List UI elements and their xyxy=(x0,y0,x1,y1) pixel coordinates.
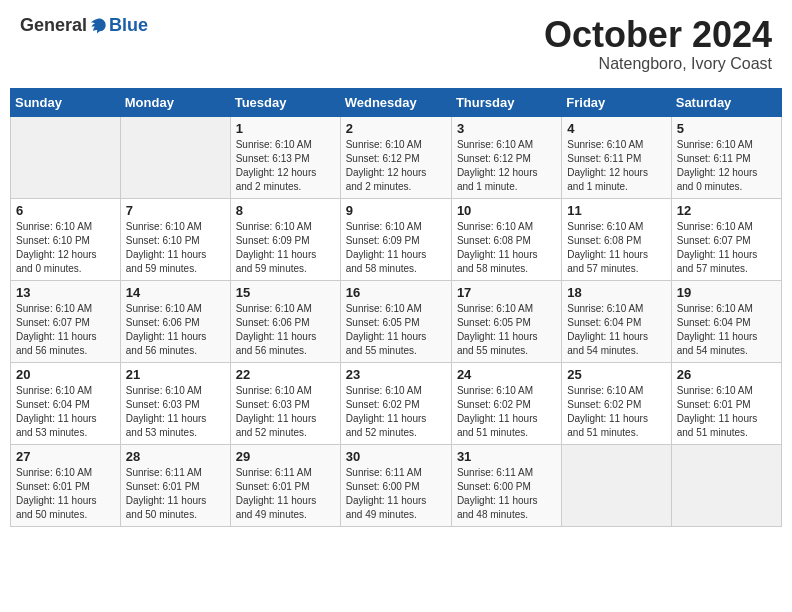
day-number: 14 xyxy=(126,285,225,300)
day-number: 30 xyxy=(346,449,446,464)
calendar-cell: 20Sunrise: 6:10 AM Sunset: 6:04 PM Dayli… xyxy=(11,362,121,444)
day-info: Sunrise: 6:10 AM Sunset: 6:05 PM Dayligh… xyxy=(346,302,446,358)
calendar-cell: 16Sunrise: 6:10 AM Sunset: 6:05 PM Dayli… xyxy=(340,280,451,362)
day-number: 23 xyxy=(346,367,446,382)
day-info: Sunrise: 6:10 AM Sunset: 6:10 PM Dayligh… xyxy=(16,220,115,276)
day-info: Sunrise: 6:10 AM Sunset: 6:08 PM Dayligh… xyxy=(457,220,556,276)
calendar-header-row: SundayMondayTuesdayWednesdayThursdayFrid… xyxy=(11,88,782,116)
calendar-cell: 1Sunrise: 6:10 AM Sunset: 6:13 PM Daylig… xyxy=(230,116,340,198)
day-number: 7 xyxy=(126,203,225,218)
day-info: Sunrise: 6:10 AM Sunset: 6:04 PM Dayligh… xyxy=(16,384,115,440)
calendar-cell: 6Sunrise: 6:10 AM Sunset: 6:10 PM Daylig… xyxy=(11,198,121,280)
day-number: 31 xyxy=(457,449,556,464)
calendar-cell: 25Sunrise: 6:10 AM Sunset: 6:02 PM Dayli… xyxy=(562,362,671,444)
day-number: 25 xyxy=(567,367,665,382)
calendar-cell: 29Sunrise: 6:11 AM Sunset: 6:01 PM Dayli… xyxy=(230,444,340,526)
day-number: 11 xyxy=(567,203,665,218)
day-info: Sunrise: 6:10 AM Sunset: 6:02 PM Dayligh… xyxy=(346,384,446,440)
calendar-cell: 4Sunrise: 6:10 AM Sunset: 6:11 PM Daylig… xyxy=(562,116,671,198)
calendar-week-row: 20Sunrise: 6:10 AM Sunset: 6:04 PM Dayli… xyxy=(11,362,782,444)
day-number: 8 xyxy=(236,203,335,218)
calendar-cell xyxy=(11,116,121,198)
day-number: 5 xyxy=(677,121,776,136)
calendar-cell: 8Sunrise: 6:10 AM Sunset: 6:09 PM Daylig… xyxy=(230,198,340,280)
calendar-header-tuesday: Tuesday xyxy=(230,88,340,116)
calendar-week-row: 1Sunrise: 6:10 AM Sunset: 6:13 PM Daylig… xyxy=(11,116,782,198)
day-number: 20 xyxy=(16,367,115,382)
day-info: Sunrise: 6:10 AM Sunset: 6:09 PM Dayligh… xyxy=(346,220,446,276)
day-info: Sunrise: 6:10 AM Sunset: 6:07 PM Dayligh… xyxy=(16,302,115,358)
day-number: 12 xyxy=(677,203,776,218)
day-number: 17 xyxy=(457,285,556,300)
day-number: 22 xyxy=(236,367,335,382)
calendar-cell: 26Sunrise: 6:10 AM Sunset: 6:01 PM Dayli… xyxy=(671,362,781,444)
day-number: 24 xyxy=(457,367,556,382)
day-info: Sunrise: 6:10 AM Sunset: 6:04 PM Dayligh… xyxy=(677,302,776,358)
logo-general: General xyxy=(20,15,87,36)
month-title: October 2024 xyxy=(544,15,772,55)
day-number: 29 xyxy=(236,449,335,464)
calendar-cell: 5Sunrise: 6:10 AM Sunset: 6:11 PM Daylig… xyxy=(671,116,781,198)
day-info: Sunrise: 6:11 AM Sunset: 6:01 PM Dayligh… xyxy=(126,466,225,522)
day-info: Sunrise: 6:10 AM Sunset: 6:01 PM Dayligh… xyxy=(677,384,776,440)
calendar-cell: 14Sunrise: 6:10 AM Sunset: 6:06 PM Dayli… xyxy=(120,280,230,362)
day-number: 4 xyxy=(567,121,665,136)
header: General Blue October 2024 Natengboro, Iv… xyxy=(10,10,782,78)
calendar-cell: 23Sunrise: 6:10 AM Sunset: 6:02 PM Dayli… xyxy=(340,362,451,444)
calendar-cell: 24Sunrise: 6:10 AM Sunset: 6:02 PM Dayli… xyxy=(451,362,561,444)
day-number: 28 xyxy=(126,449,225,464)
day-number: 1 xyxy=(236,121,335,136)
day-info: Sunrise: 6:10 AM Sunset: 6:03 PM Dayligh… xyxy=(236,384,335,440)
calendar-cell: 7Sunrise: 6:10 AM Sunset: 6:10 PM Daylig… xyxy=(120,198,230,280)
calendar-header-wednesday: Wednesday xyxy=(340,88,451,116)
day-info: Sunrise: 6:11 AM Sunset: 6:01 PM Dayligh… xyxy=(236,466,335,522)
day-info: Sunrise: 6:10 AM Sunset: 6:06 PM Dayligh… xyxy=(126,302,225,358)
calendar-header-saturday: Saturday xyxy=(671,88,781,116)
calendar-cell: 3Sunrise: 6:10 AM Sunset: 6:12 PM Daylig… xyxy=(451,116,561,198)
calendar-cell: 12Sunrise: 6:10 AM Sunset: 6:07 PM Dayli… xyxy=(671,198,781,280)
day-info: Sunrise: 6:10 AM Sunset: 6:09 PM Dayligh… xyxy=(236,220,335,276)
day-number: 6 xyxy=(16,203,115,218)
calendar-cell: 21Sunrise: 6:10 AM Sunset: 6:03 PM Dayli… xyxy=(120,362,230,444)
day-info: Sunrise: 6:10 AM Sunset: 6:13 PM Dayligh… xyxy=(236,138,335,194)
calendar-cell: 18Sunrise: 6:10 AM Sunset: 6:04 PM Dayli… xyxy=(562,280,671,362)
day-info: Sunrise: 6:11 AM Sunset: 6:00 PM Dayligh… xyxy=(457,466,556,522)
day-number: 2 xyxy=(346,121,446,136)
logo-bird-icon xyxy=(89,16,109,36)
logo: General Blue xyxy=(20,15,148,36)
calendar-week-row: 13Sunrise: 6:10 AM Sunset: 6:07 PM Dayli… xyxy=(11,280,782,362)
day-info: Sunrise: 6:10 AM Sunset: 6:04 PM Dayligh… xyxy=(567,302,665,358)
day-info: Sunrise: 6:10 AM Sunset: 6:11 PM Dayligh… xyxy=(567,138,665,194)
day-number: 21 xyxy=(126,367,225,382)
day-info: Sunrise: 6:10 AM Sunset: 6:08 PM Dayligh… xyxy=(567,220,665,276)
calendar-cell: 19Sunrise: 6:10 AM Sunset: 6:04 PM Dayli… xyxy=(671,280,781,362)
calendar-header-thursday: Thursday xyxy=(451,88,561,116)
calendar-week-row: 27Sunrise: 6:10 AM Sunset: 6:01 PM Dayli… xyxy=(11,444,782,526)
calendar-cell xyxy=(120,116,230,198)
calendar-table: SundayMondayTuesdayWednesdayThursdayFrid… xyxy=(10,88,782,527)
calendar-cell: 15Sunrise: 6:10 AM Sunset: 6:06 PM Dayli… xyxy=(230,280,340,362)
day-info: Sunrise: 6:11 AM Sunset: 6:00 PM Dayligh… xyxy=(346,466,446,522)
calendar-cell: 2Sunrise: 6:10 AM Sunset: 6:12 PM Daylig… xyxy=(340,116,451,198)
calendar-cell: 27Sunrise: 6:10 AM Sunset: 6:01 PM Dayli… xyxy=(11,444,121,526)
title-section: October 2024 Natengboro, Ivory Coast xyxy=(544,15,772,73)
calendar-cell: 31Sunrise: 6:11 AM Sunset: 6:00 PM Dayli… xyxy=(451,444,561,526)
day-info: Sunrise: 6:10 AM Sunset: 6:02 PM Dayligh… xyxy=(457,384,556,440)
location: Natengboro, Ivory Coast xyxy=(544,55,772,73)
day-info: Sunrise: 6:10 AM Sunset: 6:12 PM Dayligh… xyxy=(346,138,446,194)
day-info: Sunrise: 6:10 AM Sunset: 6:12 PM Dayligh… xyxy=(457,138,556,194)
calendar-cell: 11Sunrise: 6:10 AM Sunset: 6:08 PM Dayli… xyxy=(562,198,671,280)
calendar-cell: 9Sunrise: 6:10 AM Sunset: 6:09 PM Daylig… xyxy=(340,198,451,280)
calendar-cell xyxy=(562,444,671,526)
calendar-cell: 13Sunrise: 6:10 AM Sunset: 6:07 PM Dayli… xyxy=(11,280,121,362)
calendar-cell: 30Sunrise: 6:11 AM Sunset: 6:00 PM Dayli… xyxy=(340,444,451,526)
calendar-header-sunday: Sunday xyxy=(11,88,121,116)
logo-blue: Blue xyxy=(109,15,148,36)
calendar-cell: 17Sunrise: 6:10 AM Sunset: 6:05 PM Dayli… xyxy=(451,280,561,362)
day-number: 13 xyxy=(16,285,115,300)
calendar-cell: 10Sunrise: 6:10 AM Sunset: 6:08 PM Dayli… xyxy=(451,198,561,280)
calendar-week-row: 6Sunrise: 6:10 AM Sunset: 6:10 PM Daylig… xyxy=(11,198,782,280)
calendar-cell xyxy=(671,444,781,526)
day-info: Sunrise: 6:10 AM Sunset: 6:02 PM Dayligh… xyxy=(567,384,665,440)
calendar-cell: 28Sunrise: 6:11 AM Sunset: 6:01 PM Dayli… xyxy=(120,444,230,526)
